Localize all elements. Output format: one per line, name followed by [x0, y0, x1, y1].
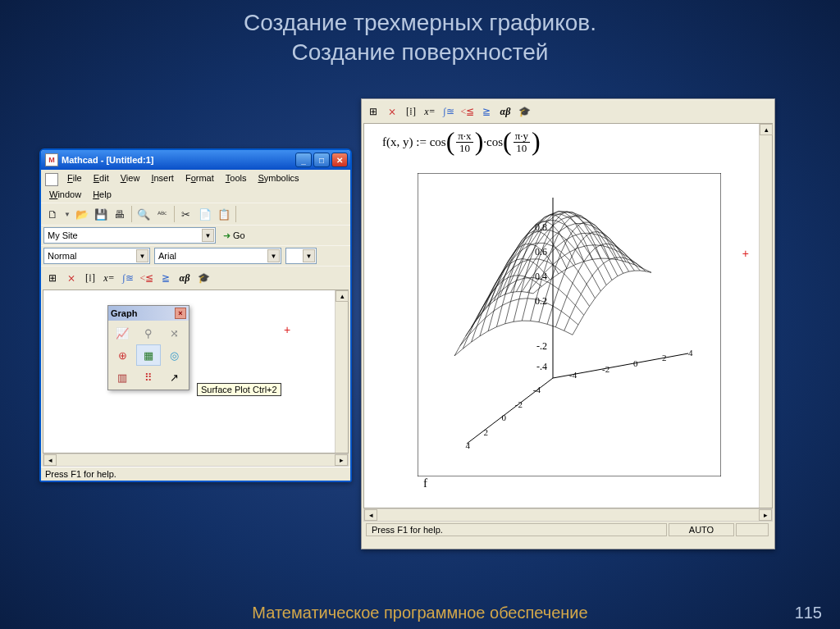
site-combo[interactable]: My Site ▼ — [43, 227, 216, 244]
slide-footer: Математическое программное обеспечение — [0, 604, 840, 622]
greek-icon[interactable]: αβ — [496, 103, 514, 121]
titlebar[interactable]: M Mathcad - [Untitled:1] _ □ ✕ — [41, 150, 350, 170]
calculus-icon[interactable]: ∫≊ — [440, 103, 458, 121]
svg-text:4: 4 — [466, 440, 471, 450]
chevron-down-icon[interactable]: ▼ — [136, 249, 148, 262]
polar-plot-icon[interactable]: ⊕ — [110, 344, 135, 366]
maximize-button[interactable]: □ — [313, 153, 330, 167]
svg-text:-.4: -.4 — [536, 361, 547, 372]
svg-text:0: 0 — [633, 358, 638, 368]
greek-icon[interactable]: αβ — [176, 269, 194, 287]
calculus-icon[interactable]: ∫≊ — [119, 269, 137, 287]
close-icon[interactable]: × — [175, 308, 186, 319]
vertical-scrollbar[interactable]: ▴ — [335, 290, 348, 453]
contour-plot-icon[interactable]: ◎ — [162, 344, 186, 366]
scroll-right-icon[interactable]: ▸ — [335, 454, 348, 466]
status-text: Press F1 for help. — [45, 469, 116, 479]
programming-icon[interactable]: ≧ — [157, 269, 175, 287]
slide-title-line1: Создание трехмерных графиков. — [0, 8, 840, 38]
copy-icon[interactable]: 📄 — [196, 205, 214, 223]
symbolic-icon[interactable]: 🎓 — [515, 103, 533, 121]
horizontal-scrollbar[interactable]: ◂ ▸ — [43, 454, 349, 467]
horizontal-scrollbar[interactable]: ◂ ▸ — [363, 508, 773, 522]
site-value: My Site — [48, 230, 78, 240]
go-button[interactable]: ➜ Go — [219, 227, 249, 244]
font-combo[interactable]: Arial ▼ — [154, 248, 281, 264]
go-label: Go — [233, 230, 245, 240]
svg-text:-2: -2 — [602, 364, 609, 374]
print-preview-icon[interactable]: 🔍 — [135, 205, 153, 223]
status-text: Press F1 for help. — [372, 525, 443, 535]
statusbar-right: Press F1 for help. AUTO — [362, 522, 774, 538]
page-number: 115 — [795, 604, 822, 622]
open-icon[interactable]: 📂 — [73, 205, 91, 223]
worksheet-area-right[interactable]: f(x, y) := cos ( π·x10 ) ·cos ( π·y10 ) … — [363, 123, 773, 508]
surface-plot[interactable]: 0.8 0.6 0.4 0.2 -.2 -.4 -4 -2 0 2 4 -4 -… — [418, 173, 721, 476]
style-value: Normal — [48, 251, 76, 261]
menu-insert[interactable]: Insert — [145, 171, 180, 188]
document-icon[interactable] — [45, 173, 58, 186]
chevron-down-icon[interactable]: ▼ — [267, 249, 280, 262]
vertical-scrollbar[interactable]: ▴ — [759, 124, 772, 508]
evaluation-icon[interactable]: x= — [421, 103, 439, 121]
math-palette-toolbar-right: ⊞ ⨯ [⁞] x= ∫≊ <≦ ≧ αβ 🎓 — [362, 99, 774, 123]
menu-help[interactable]: Help — [87, 188, 117, 201]
svg-text:-.2: -.2 — [536, 340, 547, 352]
tooltip: Surface Plot Ctrl+2 — [197, 383, 281, 396]
boolean-icon[interactable]: <≦ — [138, 269, 156, 287]
worksheet-area[interactable]: + Graph × 📈 ⚲ ⤨ ⊕ ▦ ◎ ▥ ⠿ ↗ Surface Plot… — [43, 289, 349, 454]
format-toolbar: Normal ▼ Arial ▼ ▼ — [41, 245, 350, 266]
menu-view[interactable]: View — [115, 171, 146, 188]
cursor-crosshair-icon: + — [284, 323, 290, 336]
cut-icon[interactable]: ✂ — [177, 205, 195, 223]
menu-format[interactable]: Format — [180, 171, 220, 188]
symbolic-icon[interactable]: 🎓 — [194, 269, 212, 287]
scroll-up-icon[interactable]: ▴ — [336, 290, 349, 302]
print-icon[interactable]: 🖶 — [111, 205, 129, 223]
calculator-icon[interactable]: ⊞ — [43, 269, 62, 287]
size-combo[interactable]: ▼ — [285, 248, 317, 264]
menu-tools[interactable]: Tools — [220, 171, 253, 188]
mathcad-plot-window: ⊞ ⨯ [⁞] x= ∫≊ <≦ ≧ αβ 🎓 f(x, y) := cos (… — [361, 98, 775, 549]
style-combo[interactable]: Normal ▼ — [43, 248, 150, 264]
minimize-button[interactable]: _ — [295, 153, 312, 167]
programming-icon[interactable]: ≧ — [477, 103, 495, 121]
zoom-icon[interactable]: ⚲ — [136, 322, 161, 344]
svg-text:2: 2 — [484, 427, 489, 437]
scatter3d-plot-icon[interactable]: ⠿ — [136, 367, 161, 388]
calculator-icon[interactable]: ⊞ — [364, 103, 382, 121]
menu-file[interactable]: File — [62, 171, 88, 188]
close-button[interactable]: ✕ — [331, 153, 348, 167]
vector-plot-icon[interactable]: ↗ — [162, 367, 186, 388]
svg-text:-4: -4 — [569, 370, 578, 380]
new-icon[interactable]: 🗋 — [43, 205, 62, 223]
svg-text:4: 4 — [688, 348, 693, 358]
menubar: File Edit View Insert Format Tools Symbo… — [41, 170, 350, 203]
menu-window[interactable]: Window — [43, 188, 87, 201]
menu-edit[interactable]: Edit — [88, 171, 115, 188]
boolean-icon[interactable]: <≦ — [459, 103, 477, 121]
spellcheck-icon[interactable]: ᴬᴮᶜ — [153, 205, 171, 223]
save-icon[interactable]: 💾 — [92, 205, 110, 223]
font-value: Arial — [158, 251, 176, 261]
chevron-down-icon[interactable]: ▼ — [202, 229, 214, 242]
matrix-icon[interactable]: [⁞] — [81, 269, 99, 287]
graph-icon[interactable]: ⨯ — [383, 103, 401, 121]
graph-icon[interactable]: ⨯ — [62, 269, 80, 287]
svg-text:0: 0 — [502, 412, 507, 422]
scroll-left-icon[interactable]: ◂ — [364, 509, 377, 521]
surface-plot-icon[interactable]: ▦ — [136, 344, 161, 366]
standard-toolbar: 🗋▼ 📂 💾 🖶 🔍 ᴬᴮᶜ ✂ 📄 📋 — [41, 203, 350, 225]
evaluation-icon[interactable]: x= — [100, 269, 118, 287]
menu-symbolics[interactable]: Symbolics — [252, 171, 304, 188]
paste-icon[interactable]: 📋 — [215, 205, 233, 223]
trace-icon[interactable]: ⤨ — [162, 322, 186, 344]
svg-text:-2: -2 — [515, 399, 523, 409]
bar3d-plot-icon[interactable]: ▥ — [110, 367, 135, 388]
scroll-right-icon[interactable]: ▸ — [759, 509, 772, 521]
matrix-icon[interactable]: [⁞] — [402, 103, 420, 121]
scroll-up-icon[interactable]: ▴ — [760, 124, 773, 135]
xy-plot-icon[interactable]: 📈 — [110, 322, 135, 344]
chevron-down-icon[interactable]: ▼ — [303, 249, 315, 262]
scroll-left-icon[interactable]: ◂ — [43, 454, 57, 466]
